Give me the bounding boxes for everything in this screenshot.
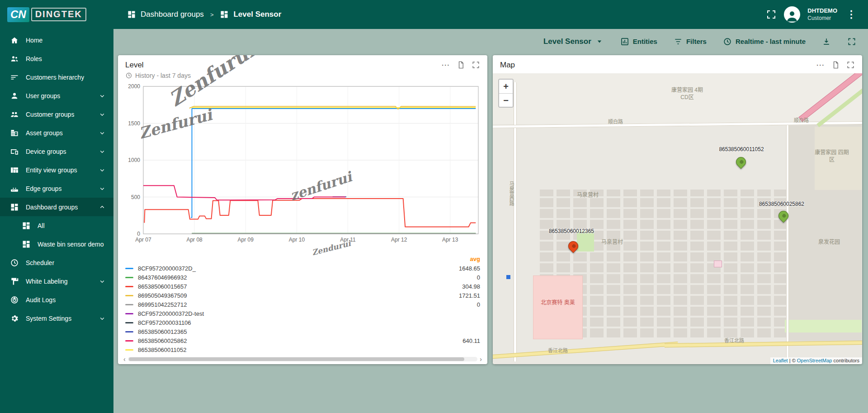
scrollbar-thumb[interactable] [129,357,465,361]
legend-series-name: 865385060015657 [138,283,430,290]
router-icon [10,184,19,193]
legend-row[interactable]: 865385060015657304.98 [125,282,480,291]
export-widget-icon[interactable] [457,61,465,69]
sidebar-item-customer-groups[interactable]: Customer groups [0,105,113,123]
legend-row[interactable]: 865385060012365 [125,327,480,336]
map-place-label: 康营家园 四期区 [813,149,851,163]
sidebar-item-label: User groups [26,92,60,100]
map-attribution: Leaflet | © OpenStreetMap contributors [770,357,862,364]
svg-text:500: 500 [131,194,140,200]
sidebar-item-edge-groups[interactable]: Edge groups [0,179,113,198]
breadcrumb-level-sensor[interactable]: Level Sensor [220,10,281,19]
user-info[interactable]: DHTDEMO Customer [807,7,837,21]
legend-avg-value: 1648.65 [430,265,480,272]
sidebar-item-roles[interactable]: Roles [0,49,113,68]
zoom-out-button[interactable]: − [499,93,513,107]
level-chart-svg[interactable]: 0500100015002000Apr 07Apr 08Apr 09Apr 10… [125,83,480,246]
sidebar-item-waste-bin-sensor-demo[interactable]: Waste bin sensor demo [0,235,113,253]
clock-icon [723,37,732,46]
legend-swatch-icon [125,331,133,332]
sidebar-item-customers-hierarchy[interactable]: Customers hierarchy [0,68,113,86]
breadcrumb-dashboard-groups[interactable]: Dashboard groups [127,10,204,19]
scrollbar-track[interactable] [128,357,478,361]
map-road-label: 顺白路 [794,117,809,123]
quilt-icon [10,166,19,175]
dashboard-grid-icon [220,10,229,19]
entities-chart-icon [620,37,629,46]
legend-swatch-icon [125,304,133,305]
more-horiz-icon[interactable]: ⋯ [441,62,450,68]
legend-row[interactable]: 865385060025862640.11 [125,336,480,345]
fullscreen-icon[interactable] [766,9,777,20]
map-shop [714,261,722,267]
sidebar-item-label: Customer groups [26,111,74,118]
expand-widget-icon[interactable] [846,61,855,69]
expand-dashboard-button[interactable] [847,37,856,46]
legend-series-name: 8CF9572000031106 [138,319,430,326]
map-canvas[interactable]: 康营家园 4期CD区 顺白路 顺白路 康营家园 四期区 马泉营村 马泉营村 泉发… [493,73,862,364]
level-widget: Level ⋯ History - las [118,55,487,364]
legend-row[interactable]: 8CF9572000031106 [125,318,480,327]
timewindow-button[interactable]: Realtime - last minute [723,37,806,46]
fullscreen-icon [847,37,856,46]
filters-button[interactable]: Filters [674,37,707,46]
sidebar-item-asset-groups[interactable]: Asset groups [0,123,113,142]
leaflet-link[interactable]: Leaflet [773,358,788,363]
sidebar-item-entity-view-groups[interactable]: Entity view groups [0,161,113,179]
sidebar-item-scheduler[interactable]: Scheduler [0,253,113,272]
chevron-up-icon [98,203,106,211]
topbar: Dashboard groups > Level Sensor [113,0,868,29]
more-vert-icon[interactable]: ⋮ [844,9,858,20]
dashboard-state-select[interactable]: Level Sensor [543,37,604,46]
osm-link[interactable]: OpenStreetMap [797,358,832,363]
sidebar-item-dashboard-groups[interactable]: Dashboard groups [0,198,113,216]
map-place-label: 泉发花园 [818,239,840,246]
export-widget-icon[interactable] [831,61,840,69]
map-building-pink [533,275,583,339]
breadcrumb-separator: > [210,11,214,18]
legend-avg-value: 0 [430,274,480,281]
legend-row[interactable]: 8699510422527120 [125,300,480,309]
dashboard-content: Level ⋯ History - las [113,54,868,413]
widget-timewindow[interactable]: History - last 7 days [125,72,480,79]
target-icon [10,295,19,304]
legend-row[interactable]: 865385060011052 [125,345,480,354]
map-road-label: 顺白路 [608,119,623,125]
sidebar-item-label: White Labeling [26,278,68,285]
sidebar-item-all[interactable]: All [0,216,113,235]
legend-swatch-icon [125,295,133,296]
sidebar-item-audit-logs[interactable]: Audit Logs [0,290,113,309]
map-widget: Map ⋯ [493,55,862,364]
more-horiz-icon[interactable]: ⋯ [816,62,825,68]
brand-logo[interactable]: CN DINGTEK [0,0,113,29]
sidebar-item-user-groups[interactable]: User groups [0,86,113,105]
user-avatar[interactable] [784,6,800,23]
breadcrumb: Dashboard groups > Level Sensor [127,10,281,19]
legend-swatch-icon [125,286,133,287]
expand-widget-icon[interactable] [472,61,480,69]
user-name: DHTDEMO [807,7,837,14]
scroll-right-icon[interactable]: › [479,357,483,361]
legend-row[interactable]: 8CF957200000372D_1648.65 [125,264,480,273]
map-marker-green[interactable] [734,155,748,169]
legend-row[interactable]: 8CF957200000372D-test [125,309,480,318]
export-dashboard-button[interactable] [822,37,831,46]
level-widget-header: Level ⋯ [125,61,480,70]
legend-row[interactable]: 8643760469669320 [125,273,480,282]
sidebar-item-label: Device groups [26,148,66,155]
sidebar-item-device-groups[interactable]: Device groups [0,142,113,161]
sidebar-item-home[interactable]: Home [0,31,113,49]
level-chart[interactable]: 0500100015002000Apr 07Apr 08Apr 09Apr 10… [125,83,480,247]
legend-series-name: 869951042252712 [138,301,430,308]
scroll-left-icon[interactable]: ‹ [123,357,127,361]
legend-row[interactable]: 8695050493675091721.51 [125,291,480,300]
zoom-in-button[interactable]: + [499,80,513,93]
svg-text:Apr 09: Apr 09 [238,237,254,243]
sidebar: CN DINGTEK HomeRolesCustomers hierarchyU… [0,0,113,413]
entities-button[interactable]: Entities [620,37,657,46]
sidebar-item-white-labeling[interactable]: White Labeling [0,272,113,290]
chevron-down-icon [98,129,106,137]
map-road [514,82,517,361]
sidebar-item-system-settings[interactable]: System Settings [0,309,113,328]
map-road-yellow [665,341,862,347]
